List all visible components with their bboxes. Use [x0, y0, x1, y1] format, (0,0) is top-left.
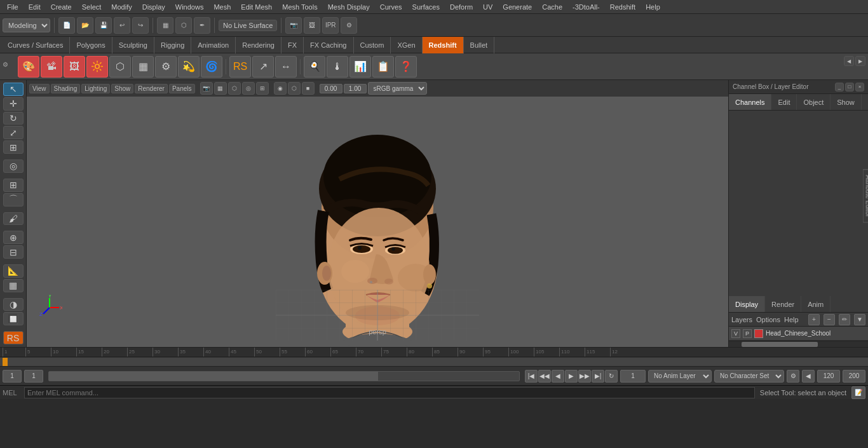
menu-curves[interactable]: Curves — [376, 2, 407, 12]
menu-file[interactable]: File — [3, 2, 23, 12]
shelf-icon-2[interactable]: 📽 — [41, 56, 62, 78]
tab-fx[interactable]: FX — [281, 37, 304, 53]
save-scene-btn[interactable]: 💾 — [95, 17, 112, 34]
layer-filter-btn[interactable]: ▼ — [854, 314, 865, 325]
vp-wireframe-btn[interactable]: ⬡ — [288, 82, 301, 95]
menu-modify[interactable]: Modify — [107, 2, 136, 12]
shelf-settings-icon[interactable]: ⚙ — [3, 61, 14, 72]
shelf-icon-4[interactable]: 🔆 — [86, 56, 108, 78]
menu-deform[interactable]: Deform — [445, 2, 477, 12]
menu-windows[interactable]: Windows — [171, 2, 208, 12]
vp-iso-btn[interactable]: ◉ — [274, 82, 287, 95]
tab-curves-surfaces[interactable]: Curves / Surfaces — [1, 37, 70, 53]
char-set-select[interactable]: No Character Set — [714, 370, 784, 383]
menu-surfaces[interactable]: Surfaces — [408, 2, 444, 12]
tab-sculpting[interactable]: Sculpting — [112, 37, 154, 53]
char-set-btn[interactable]: ◀ — [802, 370, 815, 383]
end-frame[interactable] — [817, 370, 840, 383]
tab-polygons[interactable]: Polygons — [70, 37, 112, 53]
tab-xgen[interactable]: XGen — [391, 37, 422, 53]
ipr-render-btn[interactable]: IPR — [322, 17, 339, 34]
layer-visibility-p[interactable]: P — [743, 329, 752, 338]
rs-icon-4[interactable]: 🍳 — [304, 56, 325, 78]
snap-curve-btn[interactable]: ⌒ — [3, 193, 24, 207]
rs-icon-5[interactable]: 🌡 — [327, 56, 348, 78]
shelf-icon-9[interactable]: 🌀 — [201, 56, 222, 78]
timeline-scrubber[interactable] — [0, 357, 868, 366]
layer-edit-btn[interactable]: ✏ — [839, 314, 850, 325]
layer-panel-scrollbar[interactable] — [729, 341, 868, 347]
gamma-select[interactable]: sRGB gamma — [368, 82, 427, 95]
max-frame[interactable] — [843, 370, 865, 383]
tab-animation[interactable]: Animation — [191, 37, 236, 53]
menu-create[interactable]: Create — [46, 2, 76, 12]
tab-rendering[interactable]: Rendering — [236, 37, 281, 53]
current-frame-left[interactable] — [3, 370, 22, 383]
rs-icon-8[interactable]: ❓ — [395, 56, 417, 78]
current-frame-right[interactable] — [620, 370, 646, 383]
menu-3dtoall[interactable]: -3DtoAll- — [568, 2, 604, 12]
tab-custom[interactable]: Custom — [354, 37, 391, 53]
tab-bullet[interactable]: Bullet — [464, 37, 495, 53]
rp-minimize[interactable]: _ — [835, 83, 844, 92]
vp-renderer-menu[interactable]: Renderer — [135, 84, 168, 93]
quick-layout-btn[interactable]: ▦ — [3, 279, 24, 292]
rs-icon-7[interactable]: 📋 — [372, 56, 394, 78]
vp-res-gate[interactable]: ⬡ — [228, 82, 241, 95]
step-fwd-btn[interactable]: ▶▶ — [578, 370, 591, 383]
new-scene-btn[interactable]: 📄 — [58, 17, 75, 34]
tab-redshift[interactable]: Redshift — [423, 37, 464, 53]
menu-cache[interactable]: Cache — [538, 2, 567, 12]
help-menu-layers[interactable]: Help — [784, 316, 799, 323]
menu-help[interactable]: Help — [641, 2, 665, 12]
shelf-scroll-left[interactable]: ◀ — [844, 56, 854, 66]
options-menu[interactable]: Options — [756, 316, 780, 323]
anim-layer-select[interactable]: No Anim Layer — [648, 370, 712, 383]
vp-val2[interactable] — [344, 84, 367, 93]
goto-start-btn[interactable]: |◀ — [525, 370, 538, 383]
render-settings-btn[interactable]: ⚙ — [341, 17, 357, 34]
shelf-icon-1[interactable]: 🎨 — [18, 56, 39, 78]
goto-end-btn[interactable]: ▶| — [592, 370, 604, 383]
layer-remove-btn[interactable]: − — [824, 314, 835, 325]
step-back-btn[interactable]: ◀◀ — [538, 370, 551, 383]
redo-btn[interactable]: ↪ — [132, 17, 149, 34]
menu-mesh-display[interactable]: Mesh Display — [323, 2, 374, 12]
cb-tab-show[interactable]: Show — [831, 94, 862, 110]
rs-icon-1[interactable]: RS — [229, 56, 251, 78]
shelf-scroll-right[interactable]: ▶ — [855, 56, 865, 66]
render-btn[interactable]: 🖼 — [304, 17, 320, 34]
vp-lighting-menu[interactable]: Lighting — [81, 84, 110, 93]
layer-tab-display[interactable]: Display — [729, 296, 765, 312]
vp-panels-menu[interactable]: Panels — [169, 84, 195, 93]
layer-visibility-v[interactable]: V — [731, 329, 740, 338]
xray-btn[interactable]: ◑ — [3, 298, 24, 311]
snap-grid-btn[interactable]: ⊞ — [3, 179, 24, 192]
vp-show-menu[interactable]: Show — [111, 84, 133, 93]
menu-display[interactable]: Display — [138, 2, 170, 12]
menu-mesh[interactable]: Mesh — [209, 2, 235, 12]
paint-select-btn[interactable]: ✒ — [194, 17, 210, 34]
move-tool-btn[interactable]: ✛ — [3, 97, 24, 111]
misc-tool-btn[interactable]: ⊟ — [3, 245, 24, 259]
layer-add-btn[interactable]: + — [808, 314, 820, 325]
shelf-icon-7[interactable]: ⚙ — [155, 56, 177, 78]
vp-solid-btn[interactable]: ■ — [302, 82, 315, 95]
show-manipulator-btn[interactable]: ⊕ — [3, 231, 24, 244]
menu-edit-mesh[interactable]: Edit Mesh — [236, 2, 276, 12]
scrollbar-thumb[interactable] — [742, 342, 818, 347]
soft-select-btn[interactable]: ◎ — [3, 160, 24, 173]
loop-btn[interactable]: ↻ — [605, 370, 618, 383]
rs-icon-3[interactable]: ↔ — [275, 56, 297, 78]
tab-fx-caching[interactable]: FX Caching — [304, 37, 353, 53]
play-back-btn[interactable]: ◀ — [552, 370, 564, 383]
shelf-icon-6[interactable]: ▦ — [132, 56, 154, 78]
transform-tool-btn[interactable]: ⊞ — [3, 140, 24, 154]
select-tool-btn[interactable]: ↖ — [3, 83, 24, 96]
redshift-btn[interactable]: RS — [3, 331, 24, 344]
paint-tool-btn[interactable]: 🖌 — [3, 212, 24, 226]
vp-film-gate[interactable]: ▦ — [214, 82, 227, 95]
script-editor-btn[interactable]: 📝 — [851, 386, 865, 399]
vp-shading-menu[interactable]: Shading — [51, 84, 81, 93]
vp-grid[interactable]: ⊞ — [256, 82, 269, 95]
